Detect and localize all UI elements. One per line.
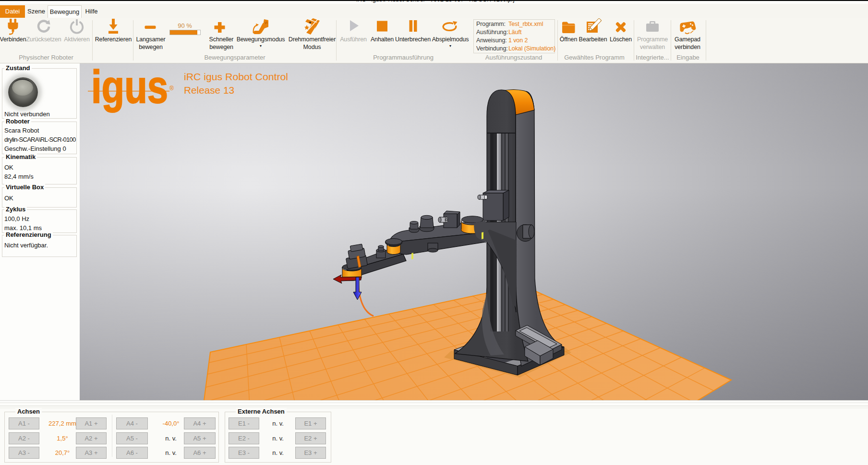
svg-text:Release 13: Release 13 [184,85,234,96]
svg-text:®: ® [169,85,174,92]
svg-text:iRC igus Robot Control: iRC igus Robot Control [184,71,288,82]
svg-text:igus: igus [91,63,168,112]
